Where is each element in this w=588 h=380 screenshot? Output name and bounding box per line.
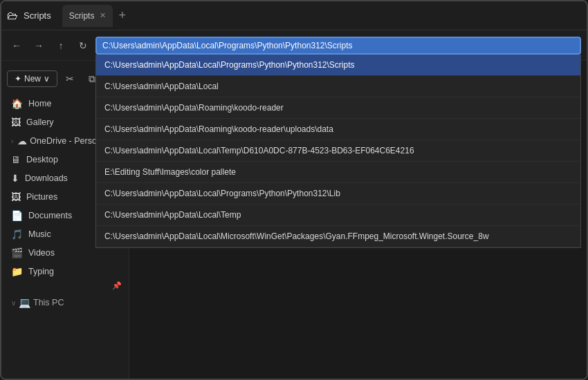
sidebar-item-label: Downloads (25, 173, 68, 183)
up-button[interactable]: ↑ (51, 36, 71, 55)
new-tab-button[interactable]: + (114, 8, 130, 23)
new-icon: ✦ (15, 74, 21, 84)
sidebar-item-icon: 💻 (19, 297, 30, 308)
new-chevron: ∨ (44, 74, 50, 84)
back-button[interactable]: ← (7, 36, 26, 55)
sidebar-item-icon: ⬇ (11, 173, 19, 184)
sidebar-item-icon: 🏠 (11, 98, 23, 109)
sidebar-item-icon: 🖼 (11, 117, 21, 128)
titlebar: 🗁 Scripts Scripts ✕ + (1, 1, 587, 30)
cut-button[interactable]: ✂ (60, 69, 80, 88)
expand-icon: ∨ (11, 299, 16, 307)
dropdown-item[interactable]: C:\Users\admin\AppData\Local\Programs\Py… (96, 183, 580, 205)
window-title: Scripts (24, 10, 51, 21)
navbar: ← → ↑ ↻ C:\Users\admin\AppData\Local\Pro… (1, 30, 587, 61)
pin-icon: 📌 (112, 281, 122, 290)
sidebar-item-icon: 🖥 (11, 154, 21, 165)
tab-close-button[interactable]: ✕ (100, 11, 106, 20)
sidebar-item-label: Typing (28, 267, 54, 276)
sidebar-item-label: Home (28, 99, 51, 108)
tab-bar: Scripts ✕ + (62, 5, 581, 27)
sidebar-item-label: Documents (28, 211, 72, 220)
address-bar[interactable] (95, 37, 581, 55)
dropdown-item[interactable]: C:\Users\admin\AppData\Local\Programs\Py… (96, 55, 580, 76)
sidebar-item-label: Desktop (26, 155, 58, 164)
sidebar-item-icon: 🎬 (11, 247, 23, 258)
expand-icon: › (11, 137, 13, 145)
sidebar-item-icon: 🖼 (11, 191, 21, 202)
new-button[interactable]: ✦ New ∨ (7, 70, 57, 87)
dropdown-item[interactable]: E:\Editing Stuff\Images\color pallete (96, 162, 580, 183)
sidebar-item-icon: ☁ (17, 135, 27, 146)
sidebar-item-label: This PC (33, 298, 64, 307)
sidebar-item-typing[interactable]: 📁 Typing (4, 263, 126, 281)
sidebar-item-icon: 📄 (11, 210, 23, 221)
sidebar-item-label: Gallery (26, 117, 54, 127)
refresh-button[interactable]: ↻ (73, 36, 93, 55)
dropdown-item[interactable]: C:\Users\admin\AppData\Local\Temp (96, 205, 580, 226)
sidebar-item-icon: 📁 (11, 266, 23, 277)
folder-icon: 🗁 (7, 10, 18, 22)
sidebar-item-label: Videos (28, 248, 55, 258)
sidebar-item-icon: 🎵 (11, 229, 23, 240)
dropdown-item[interactable]: C:\Users\admin\AppData\Local (96, 76, 580, 97)
dropdown-item[interactable]: C:\Users\admin\AppData\Local\Microsoft\W… (96, 226, 580, 247)
dropdown-item[interactable]: C:\Users\admin\AppData\Roaming\koodo-rea… (96, 119, 580, 140)
sidebar-item-label: Pictures (26, 192, 57, 202)
new-label: New (24, 74, 41, 84)
dropdown-item[interactable]: C:\Users\admin\AppData\Roaming\koodo-rea… (96, 97, 580, 119)
tab-label: Scripts (69, 11, 95, 21)
forward-button[interactable]: → (29, 36, 48, 55)
sidebar-item-label: Music (28, 229, 51, 239)
dropdown-item[interactable]: C:\Users\admin\AppData\Local\Temp\D610A0… (96, 140, 580, 162)
active-tab[interactable]: Scripts ✕ (62, 5, 113, 27)
address-bar-wrapper: C:\Users\admin\AppData\Local\Programs\Py… (95, 37, 581, 55)
address-dropdown: C:\Users\admin\AppData\Local\Programs\Py… (95, 55, 581, 248)
sidebar-item-this-pc[interactable]: ∨ 💻 This PC (4, 294, 126, 312)
